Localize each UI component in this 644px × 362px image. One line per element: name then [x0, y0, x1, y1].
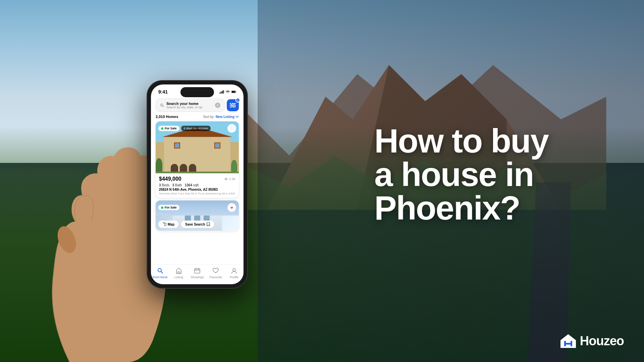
listing-icon — [175, 267, 182, 275]
dynamic-island — [180, 87, 214, 97]
green-dot-1 — [161, 127, 163, 130]
svg-rect-24 — [178, 272, 180, 274]
nav-profile-label: Profile — [230, 276, 239, 279]
main-content: 9:41 — [0, 0, 644, 362]
search-subtitle: Search by city, state, or zip — [166, 106, 213, 109]
heart-btn-2[interactable]: ♥ — [227, 203, 236, 212]
listing-price-row-1: $449,000 2.3K — [159, 176, 235, 182]
filter-icon — [230, 103, 236, 108]
profile-icon — [230, 267, 238, 275]
listing-badge-row-1: For Sale 6 days on Houzeo ♡ — [158, 124, 236, 133]
filter-badge: 3 — [235, 98, 240, 103]
svg-point-19 — [231, 106, 233, 108]
window-2 — [214, 142, 220, 148]
signal-icon — [219, 90, 224, 94]
search-clear-btn[interactable]: ✕ — [215, 103, 220, 108]
nav-listing[interactable]: Listing — [170, 267, 187, 279]
nav-profile[interactable]: Profile — [226, 267, 243, 279]
headline-line3: Phoenix? — [374, 191, 617, 225]
map-btn-label: Map — [168, 223, 174, 226]
sort-label: Sort by: — [203, 115, 214, 119]
search-icon — [160, 103, 164, 108]
sort-value: New Listing — [216, 115, 234, 119]
wifi-icon — [225, 90, 230, 94]
nav-favourite-label: Favourite — [209, 276, 222, 279]
sqft-count: 1364 — [185, 183, 192, 187]
listing-image-1: For Sale 6 days on Houzeo ♡ — [156, 121, 239, 173]
save-search-label: Save Search — [185, 223, 205, 226]
listing-price-1: $449,000 — [159, 176, 181, 182]
search-bar: Search your home Search by city, state, … — [156, 99, 239, 112]
svg-rect-8 — [223, 90, 224, 94]
heart-btn-1[interactable]: ♡ — [227, 124, 236, 133]
views-text-1: 2.3K — [229, 177, 235, 181]
map-icon — [162, 222, 166, 226]
battery-icon — [231, 90, 236, 94]
map-save-overlay: Map Save Search — [158, 221, 236, 228]
phone-mockup: 9:41 — [147, 80, 248, 288]
bookmark-icon — [207, 222, 210, 226]
listing-source-1: Nashville (Real Tracs Mid) MLS-TN as dis… — [159, 192, 235, 195]
svg-point-4 — [54, 224, 79, 255]
nav-listing-label: Listing — [174, 276, 183, 279]
green-dot-2 — [161, 206, 163, 209]
headline: How to buy a house in Phoenix? — [374, 124, 617, 225]
search-title: Search your home — [166, 102, 213, 106]
tree-left — [156, 158, 162, 172]
status-time: 9:41 — [158, 89, 168, 95]
bottom-nav: Find Home Listing — [151, 264, 244, 284]
svg-point-17 — [231, 103, 232, 105]
headline-line2: a house in — [374, 158, 617, 191]
baths-count: 3 — [172, 183, 174, 187]
svg-marker-30 — [560, 334, 576, 348]
filter-button[interactable]: 3 — [227, 99, 239, 111]
showings-icon — [194, 267, 201, 275]
svg-point-20 — [226, 179, 227, 180]
nav-find-home-label: Find Home — [153, 276, 168, 279]
svg-rect-10 — [236, 92, 236, 93]
svg-rect-7 — [222, 91, 223, 94]
badge-group-1: For Sale 6 days on Houzeo — [158, 126, 211, 131]
homes-count: 2,010 Homes — [156, 115, 178, 119]
sort-container[interactable]: Sort by: New Listing — [203, 115, 239, 119]
houzeo-text: Houzeo — [580, 334, 624, 348]
svg-point-29 — [233, 268, 235, 271]
homes-sort-bar: 2,010 Homes Sort by: New Listing — [151, 115, 244, 121]
listing-card-2[interactable]: For Sale ♥ Map — [156, 200, 239, 231]
houzeo-house-icon — [560, 334, 577, 349]
favourite-icon — [212, 267, 219, 275]
days-badge-1: 6 days on Houzeo — [181, 126, 211, 131]
search-text-block: Search your home Search by city, state, … — [166, 102, 213, 109]
for-sale-text-2: For Sale — [165, 206, 177, 209]
save-search-button[interactable]: Save Search — [181, 221, 214, 228]
listing-card-1[interactable]: For Sale 6 days on Houzeo ♡ $449,000 — [156, 121, 239, 198]
svg-point-18 — [233, 105, 235, 106]
svg-line-23 — [161, 272, 163, 273]
svg-rect-33 — [564, 343, 572, 345]
svg-rect-5 — [219, 93, 220, 94]
phone-screen: 9:41 — [151, 84, 244, 284]
nav-showings[interactable]: Showings — [189, 267, 206, 279]
sort-chevron-icon — [235, 116, 239, 118]
listing-image-2: For Sale ♥ Map — [156, 200, 239, 231]
search-input-container[interactable]: Search your home Search by city, state, … — [156, 99, 225, 112]
headline-line1: How to buy — [374, 124, 617, 158]
listing-beds-1: 3 Beds 3 Bath 1364 sqft. — [159, 183, 235, 187]
eye-icon — [224, 178, 228, 180]
houzeo-logo: Houzeo — [560, 334, 624, 349]
listing-badge-row-2: For Sale ♥ — [158, 203, 236, 212]
tree-right — [231, 160, 237, 172]
text-section: How to buy a house in Phoenix? — [354, 104, 644, 258]
nav-find-home[interactable]: Find Home — [152, 267, 169, 279]
nav-showings-label: Showings — [191, 276, 204, 279]
house-body — [164, 137, 230, 174]
listing-info-1: $449,000 2.3K 3 Beds — [156, 173, 239, 198]
svg-rect-6 — [221, 92, 222, 94]
svg-line-13 — [163, 106, 164, 107]
map-button[interactable]: Map — [158, 221, 178, 228]
nav-favourite[interactable]: Favourite — [207, 267, 224, 279]
find-home-icon — [157, 267, 164, 275]
for-sale-text-1: For Sale — [165, 127, 177, 130]
for-sale-badge-1: For Sale — [158, 126, 179, 131]
svg-rect-25 — [195, 269, 200, 273]
